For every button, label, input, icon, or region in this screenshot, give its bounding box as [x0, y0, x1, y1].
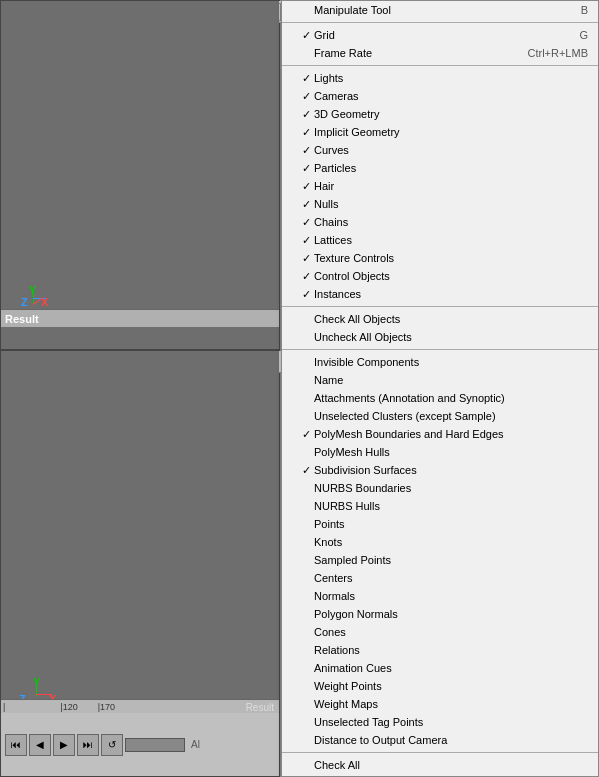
- menu-label-chains: Chains: [314, 216, 588, 228]
- play-fwd-btn[interactable]: ▶: [53, 734, 75, 756]
- menu-label-subdivision-surfaces: Subdivision Surfaces: [314, 464, 588, 476]
- menu-separator: [282, 22, 598, 23]
- menu-item-weight-points[interactable]: Weight Points: [282, 677, 598, 695]
- menu-label-nulls: Nulls: [314, 198, 588, 210]
- menu-item-hair[interactable]: ✓Hair: [282, 177, 598, 195]
- menu-label-hair: Hair: [314, 180, 588, 192]
- menu-item-subdivision-surfaces[interactable]: ✓Subdivision Surfaces: [282, 461, 598, 479]
- menu-label-nurbs-boundaries: NURBS Boundaries: [314, 482, 588, 494]
- menu-item-lattices[interactable]: ✓Lattices: [282, 231, 598, 249]
- menu-item-uncheck-all-objects[interactable]: Uncheck All Objects: [282, 328, 598, 346]
- menu-item-sampled-points[interactable]: Sampled Points: [282, 551, 598, 569]
- menu-label-attachments: Attachments (Annotation and Synoptic): [314, 392, 588, 404]
- menu-item-unselected-tag-points[interactable]: Unselected Tag Points: [282, 713, 598, 731]
- menu-item-distance-to-output-camera[interactable]: Distance to Output Camera: [282, 731, 598, 749]
- result-label-top: Result: [5, 313, 39, 325]
- play-end-btn[interactable]: ⏭: [77, 734, 99, 756]
- dropdown-menu: Manipulate ToolB✓GridG Frame RateCtrl+R+…: [281, 0, 599, 777]
- menu-item-cameras[interactable]: ✓Cameras: [282, 87, 598, 105]
- menu-label-frame-rate: Frame Rate: [314, 47, 507, 59]
- menu-item-unselected-clusters[interactable]: Unselected Clusters (except Sample): [282, 407, 598, 425]
- menu-separator: [282, 349, 598, 350]
- menu-item-points[interactable]: Points: [282, 515, 598, 533]
- menu-item-check-all[interactable]: Check All: [282, 756, 598, 774]
- menu-label-control-objects: Control Objects: [314, 270, 588, 282]
- menu-label-sampled-points: Sampled Points: [314, 554, 588, 566]
- menu-check-control-objects: ✓: [302, 270, 314, 283]
- menu-item-control-objects[interactable]: ✓Control Objects: [282, 267, 598, 285]
- menu-item-cones[interactable]: Cones: [282, 623, 598, 641]
- menu-label-lattices: Lattices: [314, 234, 588, 246]
- menu-item-particles[interactable]: ✓Particles: [282, 159, 598, 177]
- menu-item-name[interactable]: Name: [282, 371, 598, 389]
- top-viewport-content[interactable]: Y Z X: [1, 1, 279, 309]
- menu-check-lights: ✓: [302, 72, 314, 85]
- menu-item-manipulate-tool[interactable]: Manipulate ToolB: [282, 1, 598, 19]
- menu-label-knots: Knots: [314, 536, 588, 548]
- al-text: Al: [191, 739, 200, 750]
- menu-check-subdivision-surfaces: ✓: [302, 464, 314, 477]
- menu-item-polygon-normals[interactable]: Polygon Normals: [282, 605, 598, 623]
- menu-shortcut-frame-rate: Ctrl+R+LMB: [527, 47, 588, 59]
- menu-label-unselected-clusters: Unselected Clusters (except Sample): [314, 410, 588, 422]
- menu-item-grid[interactable]: ✓GridG: [282, 26, 598, 44]
- loop-btn[interactable]: ↺: [101, 734, 123, 756]
- menu-check-curves: ✓: [302, 144, 314, 157]
- menu-label-cameras: Cameras: [314, 90, 588, 102]
- menu-item-implicit-geometry[interactable]: ✓Implicit Geometry: [282, 123, 598, 141]
- menu-label-polygon-normals: Polygon Normals: [314, 608, 588, 620]
- menu-label-nurbs-hulls: NURBS Hulls: [314, 500, 588, 512]
- menu-item-animation-cues[interactable]: Animation Cues: [282, 659, 598, 677]
- menu-item-centers[interactable]: Centers: [282, 569, 598, 587]
- menu-shortcut-grid: G: [579, 29, 588, 41]
- menu-item-3d-geometry[interactable]: ✓3D Geometry: [282, 105, 598, 123]
- step-back-btn[interactable]: ◀: [29, 734, 51, 756]
- menu-label-particles: Particles: [314, 162, 588, 174]
- menu-item-check-all-objects[interactable]: Check All Objects: [282, 310, 598, 328]
- menu-check-polymesh-boundaries: ✓: [302, 428, 314, 441]
- menu-item-lights[interactable]: ✓Lights: [282, 69, 598, 87]
- top-viewport-status: Result: [1, 309, 279, 327]
- menu-item-polymesh-hulls[interactable]: PolyMesh Hulls: [282, 443, 598, 461]
- menu-check-texture-controls: ✓: [302, 252, 314, 265]
- menu-item-invisible-components[interactable]: Invisible Components: [282, 353, 598, 371]
- menu-label-3d-geometry: 3D Geometry: [314, 108, 588, 120]
- menu-item-nurbs-boundaries[interactable]: NURBS Boundaries: [282, 479, 598, 497]
- menu-check-nulls: ✓: [302, 198, 314, 211]
- menu-label-unselected-tag-points: Unselected Tag Points: [314, 716, 588, 728]
- result-label-bottom: Result: [246, 702, 274, 713]
- play-back-btn[interactable]: ⏮: [5, 734, 27, 756]
- menu-item-frame-rate[interactable]: Frame RateCtrl+R+LMB: [282, 44, 598, 62]
- x-axis: X: [41, 296, 48, 308]
- menu-label-polymesh-hulls: PolyMesh Hulls: [314, 446, 588, 458]
- menu-label-check-all-objects: Check All Objects: [314, 313, 588, 325]
- menu-item-chains[interactable]: ✓Chains: [282, 213, 598, 231]
- menu-item-relations[interactable]: Relations: [282, 641, 598, 659]
- bottom-viewport: D Right ▼ ◀ ▮ ◀◀ ↺ ⬛ 👁 Y Z X: [0, 350, 280, 777]
- timeline-ruler: | |120 |170: [1, 699, 279, 713]
- menu-check-chains: ✓: [302, 216, 314, 229]
- menu-check-implicit-geometry: ✓: [302, 126, 314, 139]
- menu-item-nurbs-hulls[interactable]: NURBS Hulls: [282, 497, 598, 515]
- menu-check-grid: ✓: [302, 29, 314, 42]
- menu-item-knots[interactable]: Knots: [282, 533, 598, 551]
- menu-separator: [282, 752, 598, 753]
- menu-shortcut-manipulate-tool: B: [581, 4, 588, 16]
- menu-item-weight-maps[interactable]: Weight Maps: [282, 695, 598, 713]
- menu-item-curves[interactable]: ✓Curves: [282, 141, 598, 159]
- menu-label-distance-to-output-camera: Distance to Output Camera: [314, 734, 588, 746]
- menu-item-attachments[interactable]: Attachments (Annotation and Synoptic): [282, 389, 598, 407]
- frame-slider[interactable]: [125, 738, 185, 752]
- menu-item-normals[interactable]: Normals: [282, 587, 598, 605]
- menu-item-nulls[interactable]: ✓Nulls: [282, 195, 598, 213]
- menu-item-polymesh-boundaries[interactable]: ✓PolyMesh Boundaries and Hard Edges: [282, 425, 598, 443]
- z-axis: Z: [21, 296, 28, 308]
- menu-check-cameras: ✓: [302, 90, 314, 103]
- menu-check-instances: ✓: [302, 288, 314, 301]
- menu-item-texture-controls[interactable]: ✓Texture Controls: [282, 249, 598, 267]
- menu-label-polymesh-boundaries: PolyMesh Boundaries and Hard Edges: [314, 428, 588, 440]
- menu-item-instances[interactable]: ✓Instances: [282, 285, 598, 303]
- bottom-viewport-content[interactable]: Y Z X: [1, 351, 279, 736]
- menu-check-hair: ✓: [302, 180, 314, 193]
- menu-label-texture-controls: Texture Controls: [314, 252, 588, 264]
